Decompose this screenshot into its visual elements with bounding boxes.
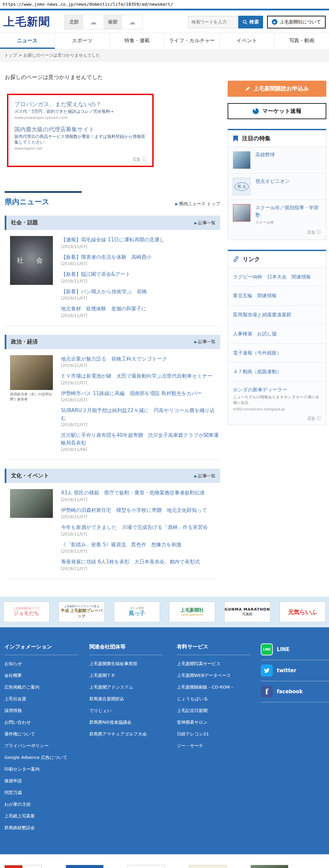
tab-features[interactable]: 特集・連載 (110, 33, 165, 49)
sidebar-link-denshi[interactable]: 電子速報（号外紙面） (228, 344, 326, 363)
footer-link[interactable]: 上毛新聞厚生福祉事業団 (89, 661, 173, 667)
news-title-link[interactable]: 養蚕発展に功績 6人1校を表彰 大日本蚕糸会、都内で表彰式 (61, 558, 219, 566)
banner-hachisara[interactable]: はちさら (189, 865, 227, 868)
search-input[interactable] (188, 16, 238, 28)
featured-item[interactable]: 視 点 視点オピニオン (228, 174, 326, 200)
culture-thumbnail-image[interactable] (10, 489, 53, 518)
banner-gunma-marathon[interactable]: GUNMA MARATHON 写真館 (224, 601, 270, 622)
footer-link[interactable]: 上毛新聞ＴＲ (89, 673, 173, 679)
news-title-link[interactable]: 【新着】障害者の生活を体験 高崎西小 (61, 253, 219, 261)
sidebar-link-tomioka[interactable]: 富岡製糸場と絹産業遺産群 (228, 306, 326, 325)
banner-prwire[interactable]: PRWire (66, 865, 103, 868)
search-button[interactable]: 検索 (238, 16, 263, 28)
footer-link[interactable]: でりじぇい (89, 708, 173, 714)
market-report-button[interactable]: マーケット速報 (228, 103, 326, 119)
banner-jomodachi[interactable]: 上毛新聞愛読者クラブ ジョモだち (3, 601, 50, 622)
sns-facebook-button[interactable]: f facebook (261, 681, 329, 702)
news-title-link[interactable]: 地元企業が魅力語る 前橋工科大でシゴトーク (61, 355, 219, 363)
tab-events[interactable]: イベント (220, 33, 274, 49)
tab-sports[interactable]: スポーツ (55, 33, 110, 49)
footer-link[interactable]: 採用情報 (4, 708, 85, 714)
footer-link[interactable]: 印刷センター案内 (4, 766, 85, 772)
banner-kazakko[interactable]: 子ども新聞 風っ子 (114, 601, 160, 622)
news-title-link[interactable]: 伊勢崎の旧森村家住宅 模型を小学校に寄贈 地元文化財知って (61, 506, 219, 514)
tab-life-culture[interactable]: ライフ・カルチャー (165, 33, 220, 49)
breadcrumb-home-link[interactable]: トップ (4, 53, 17, 58)
footer-link[interactable]: 著作権について (4, 731, 85, 737)
footer-link[interactable]: 日経テレコン21 (177, 731, 257, 737)
news-title-link[interactable]: 渋川駅に手作り座布団を40年超寄贈 渋川女子高家庭クラブが関東運輸局長表彰 (61, 432, 219, 446)
society-thumbnail-image[interactable]: 社 会 (10, 236, 53, 285)
footer-link[interactable]: 上毛紙上写真展 (4, 813, 85, 819)
info-icon[interactable]: ⓘ (317, 230, 321, 235)
footer-link[interactable]: 雷神囲碁サロン (177, 719, 257, 725)
tab-news[interactable]: ニュース (0, 33, 55, 49)
news-title-link[interactable]: 地元食材 収穫体験 老舗の和菓子に (61, 305, 219, 313)
footer-link[interactable]: 上毛新聞写真サービス (177, 661, 257, 667)
news-title-link[interactable]: 【速報】両毛線全線 11日に運転再開の見通し (61, 236, 219, 244)
banner-heisei-playback[interactable]: 上毛新聞ライブラリーで見る 平成 上毛新聞プレーバック (59, 601, 105, 622)
footer-link[interactable]: 後援申請 (4, 778, 85, 784)
banner-jomo-publishing[interactable]: 上毛新聞社 jomo publishing (169, 601, 215, 622)
news-title-link[interactable]: 43人 県民の模範 県庁で叙勲・褒章・危険業務従事者叙勲伝達 (61, 489, 219, 497)
footer-link[interactable]: 群馬県NIE推進協議会 (89, 719, 173, 725)
politics-thumbnail-image[interactable] (10, 355, 53, 390)
footer-link[interactable]: 上毛記念日新聞 (177, 708, 257, 714)
footer-link[interactable]: 群馬政経懇話会 (4, 825, 85, 831)
sidebar-link-olympics[interactable]: 東京五輪 関連情報 (228, 286, 326, 306)
ad-title-link[interactable]: プロパンガス、まだ変えないの？ (14, 100, 146, 108)
info-icon[interactable]: ⓘ (142, 157, 146, 162)
sidebar-link-rugby[interactable]: ラグビーW杯 日本大会 関連情報 (228, 268, 326, 287)
sidebar-ad-item[interactable]: ホンダの新車ディーラー ニューモデルの情報ありますホンダカーズ鳩ヶ谷 鳩ヶ谷店 … (228, 382, 326, 425)
sidebar-link-47video[interactable]: ４７動画（紙面連動） (228, 363, 326, 382)
footer-link[interactable]: 広告掲載のご案内 (4, 684, 85, 690)
sidebar-link-jinji[interactable]: 人事検索 お試し版 (228, 325, 326, 344)
footer-link[interactable]: ジー・サーチ (177, 743, 257, 749)
footer-link[interactable]: 群馬県アマチュアゴルフ大会 (89, 731, 173, 737)
news-title-link[interactable]: 【新着】臨江閣で茶会&アート (61, 271, 219, 278)
featured-item-link[interactable]: 高校野球 (255, 151, 275, 169)
article-list-link[interactable]: ▶記事一覧 (194, 339, 216, 345)
article-list-link[interactable]: ▶記事一覧 (194, 473, 216, 479)
footer-link[interactable]: じょうもばいる (177, 696, 257, 702)
footer-link[interactable]: 上毛新聞縮刷版－CD-ROM－ (177, 684, 257, 690)
about-company-button[interactable]: ▶ 上毛新聞社について (267, 16, 326, 28)
news-title-link[interactable]: SUBARU３月期予想は純利益22％減に 円高やリコール費を織り込む (61, 407, 219, 422)
news-title-link[interactable]: 伊勢崎市バス 11路線に再編 境南部を増設 島村観光をカバー (61, 390, 219, 397)
footer-link[interactable]: 上毛社会賞 (4, 696, 85, 702)
footer-link[interactable]: プライバシーポリシー (4, 743, 85, 749)
banner-genki-life[interactable]: 元気らいふ (279, 601, 326, 622)
kennai-top-link[interactable]: ▶県内ニュース トップ (175, 201, 220, 207)
news-title-link[interactable]: ＥＶ市場は新電池が鍵 太田で最新動向学ぶ次世代自動車セミナー (61, 372, 219, 380)
site-logo[interactable]: 上毛新聞 (3, 14, 50, 29)
footer-link[interactable]: 上毛新聞アドシステム (89, 684, 173, 690)
browser-url-bar[interactable]: https://www.jomo-news.co.jp/news/domesti… (0, 0, 329, 10)
sns-line-button[interactable]: LINE LINE (261, 643, 329, 660)
sidebar-ad-title-link[interactable]: ホンダの新車ディーラー (233, 386, 321, 393)
footer-link[interactable]: お問い合わせ (4, 719, 85, 725)
banner-ryomo-photo[interactable]: 両毛地域の観光・情報サイト (251, 865, 288, 868)
tab-photo-video[interactable]: 写真・動画 (274, 33, 329, 49)
footer-link[interactable]: 同窓万歳 (4, 790, 85, 796)
sns-twitter-button[interactable]: twitter (261, 660, 329, 681)
ad-item[interactable]: 国内最大級の代理店募集サイト 販売代理店の商品サービス情報数が豊富！まずは無料登… (14, 126, 146, 151)
footer-link[interactable]: 上毛新聞WEBデータベース (177, 673, 257, 679)
footer-link[interactable]: 会社概要 (4, 673, 85, 679)
banner-47news[interactable]: 日本が見える 地方が見える 47NEWS (4, 865, 42, 868)
featured-item-link[interactable]: 視点オピニオン (255, 178, 290, 195)
news-title-link[interactable]: 《「影踏み」密着 5》篠原流 異色作 想像力を刺激 (61, 541, 219, 549)
featured-ad-item[interactable]: スクールIE／個別指導・学習塾 スクールIE 広告 ⓘ (228, 200, 326, 240)
featured-ad-link[interactable]: スクールIE／個別指導・学習塾 (255, 204, 321, 219)
info-icon[interactable]: ⓘ (317, 416, 321, 421)
ad-title-link[interactable]: 国内最大級の代理店募集サイト (14, 126, 146, 133)
news-title-link[interactable]: 今年も新酒ができました 川場で完成告げる「酒林」作る実習会 (61, 524, 219, 531)
ad-item[interactable]: プロパンガス、まだ変えないの？ ガス代「3万円」節約できた秘訣はコレ／完全無料→… (14, 100, 146, 120)
footer-link[interactable]: Google Adsence 広告について (4, 754, 85, 761)
featured-item[interactable]: 高校野球 (228, 147, 326, 174)
subscribe-button[interactable]: 上毛新聞購読お申込み (228, 81, 326, 97)
footer-link[interactable]: 群馬連合新聞折込 (89, 696, 173, 702)
article-list-link[interactable]: ▶記事一覧 (194, 220, 216, 226)
footer-link[interactable]: お知らせ (4, 661, 85, 667)
banner-kitakan-navi[interactable]: ●●● きたかんナビ (128, 865, 165, 868)
news-title-link[interactable]: 【新着】パン職人から技術学ぶ 前橋 (61, 288, 219, 296)
